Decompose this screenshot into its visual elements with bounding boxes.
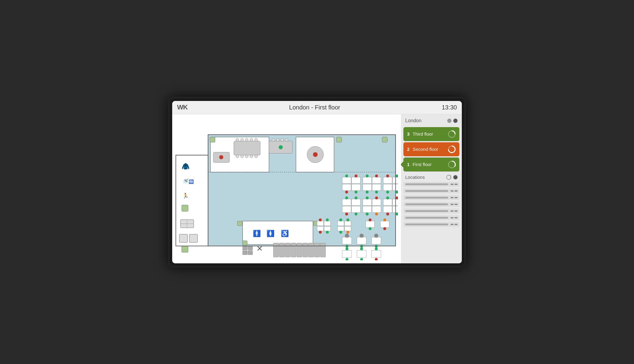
svg-point-115 <box>383 218 386 221</box>
third-floor-number: 3 <box>407 131 409 137</box>
svg-point-54 <box>375 174 378 177</box>
svg-point-149 <box>375 247 378 250</box>
location-item[interactable] <box>403 202 459 207</box>
header-title: London - First floor <box>289 104 340 111</box>
svg-rect-7 <box>182 205 188 211</box>
location-bar <box>405 210 448 212</box>
svg-rect-68 <box>352 206 361 212</box>
location-bar <box>405 217 448 219</box>
locations-icons <box>446 175 458 180</box>
svg-point-56 <box>375 190 378 193</box>
svg-point-100 <box>326 218 329 221</box>
location-item[interactable] <box>403 189 459 193</box>
svg-point-55 <box>366 190 369 193</box>
svg-point-142 <box>346 258 349 260</box>
svg-text:🚺: 🚺 <box>266 230 275 237</box>
location-dash <box>451 224 454 225</box>
svg-point-53 <box>366 174 369 177</box>
svg-point-77 <box>366 196 369 199</box>
svg-rect-124 <box>308 243 314 257</box>
locations-label: Locations <box>405 175 425 180</box>
location-bar <box>405 197 448 199</box>
svg-rect-114 <box>380 221 389 227</box>
first-floor-left: 1 First floor <box>407 162 432 167</box>
location-dash <box>451 197 454 198</box>
svg-rect-49 <box>363 177 371 183</box>
location-item[interactable] <box>403 215 459 220</box>
first-floor-button[interactable]: 1 First floor <box>403 158 459 172</box>
svg-point-72 <box>354 213 357 216</box>
svg-text:🚻: 🚻 <box>189 179 194 184</box>
svg-point-146 <box>360 247 363 250</box>
svg-rect-60 <box>393 184 398 190</box>
svg-rect-65 <box>342 199 351 205</box>
svg-rect-138 <box>371 237 381 244</box>
svg-point-46 <box>354 174 357 177</box>
svg-point-78 <box>375 196 378 199</box>
svg-point-110 <box>346 231 349 234</box>
svg-text:🧥: 🧥 <box>182 162 190 170</box>
location-dashes <box>451 210 458 212</box>
svg-point-148 <box>375 258 378 260</box>
svg-point-143 <box>346 247 349 250</box>
location-dash <box>451 210 454 212</box>
second-floor-number: 2 <box>407 147 409 152</box>
svg-rect-106 <box>345 226 351 231</box>
svg-rect-52 <box>372 184 381 190</box>
svg-rect-98 <box>324 226 330 231</box>
second-floor-left: 2 Second floor <box>407 147 438 152</box>
svg-point-47 <box>345 190 348 193</box>
svg-rect-11 <box>179 234 187 242</box>
svg-point-136 <box>360 234 364 237</box>
svg-text:🚿: 🚿 <box>182 178 189 184</box>
svg-rect-50 <box>372 177 381 183</box>
logo: WK <box>177 103 188 111</box>
svg-point-21 <box>236 155 239 158</box>
svg-point-133 <box>345 234 349 237</box>
svg-point-48 <box>354 190 357 193</box>
svg-rect-131 <box>243 241 247 245</box>
svg-rect-15 <box>234 141 260 155</box>
location-item[interactable] <box>403 222 459 227</box>
screen-outer: WK London - First floor 13:30 🧥 <box>168 97 466 268</box>
svg-point-113 <box>369 227 372 230</box>
location-dashes <box>451 184 458 185</box>
location-item[interactable] <box>403 209 459 213</box>
svg-point-24 <box>250 155 253 158</box>
svg-text:♿: ♿ <box>281 230 289 237</box>
location-dash <box>455 204 458 205</box>
svg-rect-95 <box>317 221 323 225</box>
svg-point-71 <box>345 213 348 216</box>
location-bar <box>405 183 448 185</box>
first-floor-number: 1 <box>407 162 409 167</box>
location-item[interactable] <box>403 195 459 200</box>
svg-rect-105 <box>338 226 344 231</box>
svg-text:✕: ✕ <box>256 244 263 253</box>
location-dash <box>455 190 458 192</box>
location-item[interactable] <box>403 182 459 187</box>
location-dashes <box>451 224 458 225</box>
svg-rect-82 <box>393 199 398 205</box>
svg-point-79 <box>366 213 369 216</box>
svg-point-64 <box>395 190 398 193</box>
svg-rect-147 <box>371 250 381 257</box>
svg-point-85 <box>386 196 389 199</box>
svg-rect-75 <box>363 206 371 212</box>
second-floor-button[interactable]: 2 Second floor <box>403 142 459 156</box>
svg-rect-28 <box>210 137 215 142</box>
svg-point-16 <box>236 138 239 141</box>
svg-rect-119 <box>279 243 284 257</box>
svg-rect-42 <box>352 177 361 183</box>
sidebar-dots <box>447 119 458 123</box>
svg-rect-118 <box>273 243 279 257</box>
third-floor-button[interactable]: 3 Third floor <box>403 127 459 141</box>
screen-inner: WK London - First floor 13:30 🧥 <box>172 101 462 263</box>
svg-rect-93 <box>237 221 242 225</box>
location-bar <box>405 224 448 225</box>
svg-rect-84 <box>393 206 398 212</box>
svg-rect-0 <box>176 155 208 246</box>
svg-rect-96 <box>324 221 330 225</box>
svg-rect-127 <box>243 246 247 250</box>
svg-rect-141 <box>342 250 352 257</box>
svg-rect-128 <box>248 246 253 250</box>
